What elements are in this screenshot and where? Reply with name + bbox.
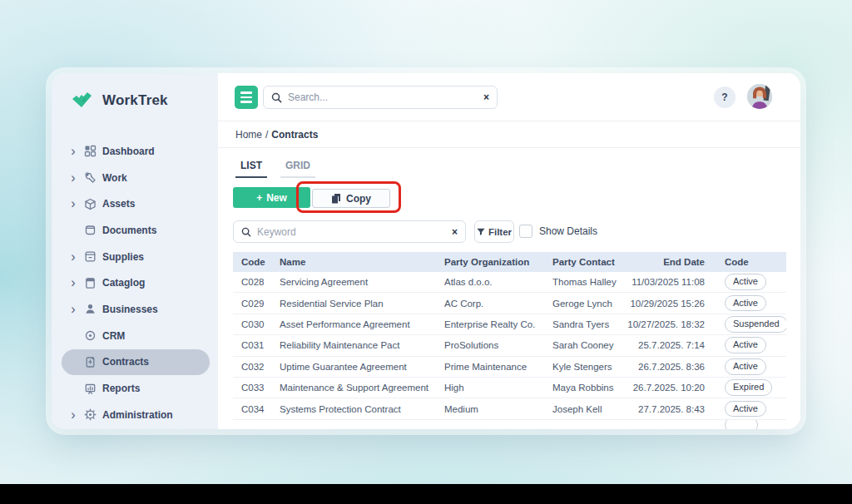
keyword-input[interactable] <box>257 226 446 238</box>
main-area: × ? Home / Contracts <box>218 73 800 429</box>
brand-name: WorkTrek <box>102 92 168 109</box>
sidebar-item-crm[interactable]: CRM <box>62 323 210 349</box>
chevron-right-icon[interactable]: › <box>68 275 78 290</box>
work-icon <box>84 171 97 184</box>
breadcrumb-home[interactable]: Home <box>235 129 262 141</box>
sidebar-item-label: Assets <box>102 198 135 210</box>
table-row[interactable]: C028 Servicing Agreement Atlas d.o.o. Th… <box>233 272 786 293</box>
worktrek-app-window: WorkTrek › Dashboard › Work › Assets <box>52 73 800 429</box>
tab-list[interactable]: LIST <box>235 156 267 178</box>
administration-icon <box>84 408 97 421</box>
worktrek-logo[interactable]: WorkTrek <box>72 91 168 110</box>
table-row[interactable]: C031 Reliability Maintenance Pact ProSol… <box>233 335 786 356</box>
filter-button[interactable]: Filter <box>474 220 514 243</box>
worktrek-logo-icon <box>72 91 97 110</box>
desktop-background: WorkTrek › Dashboard › Work › Assets <box>0 0 852 504</box>
dashboard-icon <box>84 145 97 157</box>
chevron-right-icon[interactable]: › <box>68 302 78 317</box>
sidebar-item-supplies[interactable]: › Supplies <box>62 244 210 270</box>
user-avatar[interactable] <box>747 84 772 109</box>
chevron-right-icon[interactable]: › <box>68 170 78 185</box>
global-search: × <box>263 86 498 109</box>
table-row[interactable]: C029 Residential Service Plan AC Corp. G… <box>233 293 786 314</box>
plus-icon: + <box>256 192 262 204</box>
sidebar-item-administration[interactable]: › Administration <box>62 402 210 428</box>
search-icon <box>241 227 251 237</box>
contracts-icon <box>84 356 97 368</box>
sidebar-item-reports[interactable]: Reports <box>62 375 210 402</box>
status-badge: Active <box>725 274 766 290</box>
keyword-clear-icon[interactable]: × <box>452 227 458 237</box>
sidebar-item-label: Businesses <box>102 304 158 315</box>
keyword-search: × <box>233 220 466 243</box>
tab-grid[interactable]: GRID <box>280 156 315 178</box>
reports-icon <box>84 383 97 395</box>
documents-icon <box>84 224 97 236</box>
status-badge: Active <box>725 401 766 418</box>
table-row[interactable]: C032 Uptime Guarantee Agreement Prime Ma… <box>233 357 786 378</box>
businesses-icon <box>84 303 97 315</box>
breadcrumb-current: Contracts <box>271 129 318 141</box>
table-row-partial <box>233 420 786 429</box>
search-clear-icon[interactable]: × <box>483 92 489 102</box>
sidebar-item-label: Work <box>102 172 127 184</box>
status-badge: Active <box>725 337 766 353</box>
filter-funnel-icon <box>477 228 485 236</box>
copy-icon <box>331 193 341 204</box>
show-details-label: Show Details <box>539 225 597 237</box>
sidebar: WorkTrek › Dashboard › Work › Assets <box>52 73 218 429</box>
column-header-party-contact[interactable]: Party Contact <box>544 257 627 267</box>
column-header-code[interactable]: Code <box>233 257 271 267</box>
supplies-icon <box>84 250 97 263</box>
sidebar-item-dashboard[interactable]: › Dashboard <box>62 138 210 165</box>
sidebar-item-label: Supplies <box>102 251 144 263</box>
table-header-row: Code Name Party Organization Party Conta… <box>233 252 786 272</box>
sidebar-item-label: Cataglog <box>102 277 145 289</box>
sidebar-item-contracts[interactable]: Contracts <box>62 349 210 376</box>
status-badge: Suspended <box>725 316 786 333</box>
sidebar-nav: › Dashboard › Work › Assets Doc <box>62 138 210 428</box>
table-row[interactable]: C030 Asset Performance Agreement Enterpr… <box>233 314 786 335</box>
new-button[interactable]: + New <box>233 187 310 208</box>
chevron-right-icon[interactable]: › <box>68 250 78 264</box>
column-header-name[interactable]: Name <box>271 257 436 267</box>
column-header-party-organization[interactable]: Party Organization <box>436 257 544 267</box>
breadcrumb: Home / Contracts <box>218 121 800 148</box>
breadcrumb-separator: / <box>265 129 268 141</box>
sidebar-item-label: Contracts <box>102 356 149 368</box>
table-row[interactable]: C033 Maintenance & Support Agreement Hig… <box>233 378 786 398</box>
sidebar-item-assets[interactable]: › Assets <box>62 190 210 217</box>
sidebar-item-label: Documents <box>102 225 156 236</box>
table-row[interactable]: C034 Systems Protection Contract Medium … <box>233 398 786 419</box>
copy-button[interactable]: Copy <box>312 189 390 208</box>
hamburger-menu-button[interactable] <box>235 86 258 109</box>
chevron-right-icon[interactable]: › <box>68 196 78 211</box>
column-header-end-date[interactable]: End Date <box>627 257 716 267</box>
sidebar-item-businesses[interactable]: › Businesses <box>62 296 210 323</box>
status-badge: Expired <box>725 379 772 396</box>
search-icon <box>271 92 282 103</box>
column-header-status-code[interactable]: Code <box>716 257 786 267</box>
assets-icon <box>84 198 97 210</box>
status-badge: Active <box>725 295 766 312</box>
letterbox-bar <box>0 484 852 504</box>
crm-icon <box>84 329 97 342</box>
sidebar-item-work[interactable]: › Work <box>62 165 210 191</box>
chevron-right-icon[interactable]: › <box>68 408 78 422</box>
status-badge: Active <box>725 358 766 375</box>
global-search-input[interactable] <box>288 91 478 103</box>
sidebar-item-label: Dashboard <box>102 146 155 157</box>
sidebar-item-documents[interactable]: Documents <box>62 217 210 244</box>
chevron-right-icon[interactable]: › <box>68 144 78 159</box>
show-details-checkbox[interactable] <box>519 225 532 238</box>
catalog-icon <box>84 277 97 289</box>
sidebar-item-label: CRM <box>102 330 125 342</box>
help-button[interactable]: ? <box>714 86 736 108</box>
contracts-table: Code Name Party Organization Party Conta… <box>233 252 786 429</box>
topbar: × ? <box>218 73 800 121</box>
sidebar-item-label: Reports <box>102 383 140 394</box>
sidebar-item-label: Administration <box>102 409 173 421</box>
partial-status-badge <box>725 420 758 429</box>
view-tabs: LIST GRID <box>235 156 315 178</box>
sidebar-item-catalog[interactable]: › Cataglog <box>62 269 210 296</box>
